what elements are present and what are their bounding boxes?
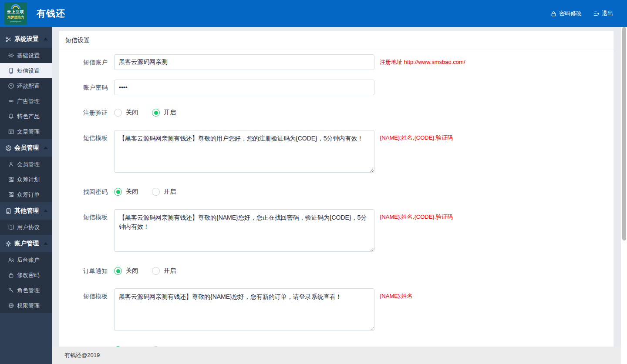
sidebar-item-admin-accounts[interactable]: 后台账户 xyxy=(0,252,52,267)
sms-settings-card: 短信设置 短信账户 注册地址 http://www.smsbao.com/ 账户… xyxy=(59,30,614,361)
logout-icon xyxy=(593,10,600,17)
sidebar-section-label: 会员管理 xyxy=(14,144,39,152)
logo-text-line1: 云上互联 xyxy=(7,9,24,15)
form-row-find-template: 短信模板 【黑客云源码网亲测有钱还】尊敬的{NAME}您好，您正在找回密码，验证… xyxy=(59,209,614,254)
sms-account-label: 短信账户 xyxy=(59,54,114,70)
form-row-order-notice: 订单通知 关闭 开启 xyxy=(59,263,614,279)
sidebar-section-system-settings[interactable]: 系统设置 xyxy=(0,30,52,48)
chevron-up-icon xyxy=(44,242,48,245)
scissors-icon xyxy=(5,36,12,43)
logo-text-line2: 为梦想助力 xyxy=(7,15,24,19)
order-template-label: 短信模板 xyxy=(59,288,114,333)
sidebar-section-label: 其他管理 xyxy=(14,207,39,215)
register-template-label: 短信模板 xyxy=(59,130,114,174)
chevron-up-icon xyxy=(44,210,48,212)
find-password-radio-on[interactable]: 开启 xyxy=(152,188,176,196)
page-footer: 有钱还@2019 xyxy=(52,347,621,364)
form-row-register-template: 短信模板 【黑客云源码网亲测有钱还】尊敬的用户您好，您的注册验证码为{CODE}… xyxy=(59,130,614,174)
bell-icon xyxy=(8,113,14,120)
order-notice-label: 订单通知 xyxy=(59,263,114,279)
sidebar-item-role-management[interactable]: 角色管理 xyxy=(0,283,52,298)
sidebar-item-repayment-config[interactable]: 还款配置 xyxy=(0,78,52,94)
find-template-label: 短信模板 xyxy=(59,209,114,254)
chevron-up-icon xyxy=(44,38,48,40)
sidebar-section-other-management[interactable]: 其他管理 xyxy=(0,202,52,220)
sms-settings-form: 短信账户 注册地址 http://www.smsbao.com/ 账户密码 注册… xyxy=(59,49,614,358)
sidebar-item-label: 后台账户 xyxy=(17,256,40,264)
user-icon xyxy=(8,161,14,167)
infinity-icon xyxy=(8,98,14,104)
top-header-bar: 云上互联 为梦想助力 yunshanghulian 有钱还 密码修改 退出 xyxy=(0,0,627,27)
radio-icon xyxy=(152,109,160,117)
order-notice-radio-off[interactable]: 关闭 xyxy=(114,267,138,275)
register-template-textarea[interactable]: 【黑客云源码网亲测有钱还】尊敬的用户您好，您的注册验证码为{CODE}，5分钟内… xyxy=(114,130,374,173)
user-badge-icon xyxy=(5,145,12,151)
radio-icon xyxy=(152,267,160,275)
document-icon xyxy=(5,208,12,214)
form-row-find-password: 找回密码 关闭 开启 xyxy=(59,184,614,200)
gear-icon xyxy=(5,240,12,247)
sidebar-submenu-account-management: 后台账户修改密码角色管理权限管理 xyxy=(0,252,52,313)
order-template-textarea[interactable]: 黑客云源码网亲测有钱还】尊敬的{NAME}您好，您有新的订单，请登录系统查看！ xyxy=(114,288,374,331)
sidebar-item-sms-settings[interactable]: 短信设置 xyxy=(0,63,52,78)
sidebar-item-label: 还款配置 xyxy=(17,82,40,90)
find-template-textarea[interactable]: 【黑客云源码网亲测有钱还】尊敬的{NAME}您好，您正在找回密码，验证码为{CO… xyxy=(114,209,374,252)
sidebar-item-label: 会员管理 xyxy=(17,160,40,168)
sidebar-item-basic-settings[interactable]: 基础设置 xyxy=(0,48,52,63)
sidebar-submenu-member-management: 会员管理众筹计划众筹订单 xyxy=(0,157,52,202)
sms-account-note: 注册地址 http://www.smsbao.com/ xyxy=(380,54,465,70)
sidebar-item-label: 角色管理 xyxy=(17,287,40,294)
register-verify-radio-on[interactable]: 开启 xyxy=(152,109,176,117)
rainbow-icon xyxy=(10,3,21,10)
squares-icon xyxy=(8,191,14,198)
logout-button[interactable]: 退出 xyxy=(593,10,613,17)
find-password-radio-off[interactable]: 关闭 xyxy=(114,188,138,196)
wheel-icon xyxy=(8,302,14,309)
register-verify-radio-off[interactable]: 关闭 xyxy=(114,109,138,117)
order-notice-radio-on[interactable]: 开启 xyxy=(152,267,176,275)
sms-account-input[interactable] xyxy=(114,54,374,70)
form-row-sms-account: 短信账户 注册地址 http://www.smsbao.com/ xyxy=(59,54,614,70)
sidebar-item-ad-management[interactable]: 广告管理 xyxy=(0,94,52,109)
account-password-label: 账户密码 xyxy=(59,80,114,95)
app-title: 有钱还 xyxy=(37,7,65,20)
sidebar-item-label: 特色产品 xyxy=(17,113,40,120)
logout-label: 退出 xyxy=(602,10,613,17)
radio-icon xyxy=(152,188,160,196)
radio-icon xyxy=(114,109,122,117)
scrollbar-thumb[interactable] xyxy=(622,27,626,240)
brand-logo: 云上互联 为梦想助力 yunshanghulian xyxy=(4,2,27,25)
sidebar-item-featured-products[interactable]: 特色产品 xyxy=(0,109,52,124)
change-password-button[interactable]: 密码修改 xyxy=(550,10,582,17)
sidebar-section-account-management[interactable]: 账户管理 xyxy=(0,235,52,252)
form-row-register-verify: 注册验证 关闭 开启 xyxy=(59,105,614,120)
sidebar-item-change-password[interactable]: 修改密码 xyxy=(0,267,52,283)
form-row-order-template: 短信模板 黑客云源码网亲测有钱还】尊敬的{NAME}您好，您有新的订单，请登录系… xyxy=(59,288,614,333)
sidebar-item-article-management[interactable]: 文章管理 xyxy=(0,124,52,139)
footer-text: 有钱还@2019 xyxy=(64,352,100,358)
squares-icon xyxy=(8,176,14,183)
sidebar-item-label: 修改密码 xyxy=(17,271,40,279)
account-password-input[interactable] xyxy=(114,80,374,95)
main-content: 短信设置 短信账户 注册地址 http://www.smsbao.com/ 账户… xyxy=(52,27,627,364)
vertical-scrollbar[interactable] xyxy=(621,27,627,364)
logo-text-line3: yunshanghulian xyxy=(10,20,21,23)
chevron-up-icon xyxy=(44,147,48,149)
sidebar-section-label: 系统设置 xyxy=(14,35,39,43)
form-row-account-password: 账户密码 xyxy=(59,80,614,95)
sidebar-submenu-system-settings: 基础设置短信设置还款配置广告管理特色产品文章管理 xyxy=(0,48,52,139)
sidebar-item-label: 众筹订单 xyxy=(17,191,40,199)
sidebar-item-members[interactable]: 会员管理 xyxy=(0,157,52,172)
sidebar-item-label: 文章管理 xyxy=(17,128,40,136)
sidebar-item-label: 权限管理 xyxy=(17,302,40,310)
register-template-note: {NAME}:姓名,{CODE}:验证码 xyxy=(380,130,453,174)
sidebar-item-permission-management[interactable]: 权限管理 xyxy=(0,298,52,313)
sidebar-item-crowdfunding-plans[interactable]: 众筹计划 xyxy=(0,172,52,187)
sidebar-section-member-management[interactable]: 会员管理 xyxy=(0,139,52,157)
sidebar-item-user-agreement[interactable]: 用户协议 xyxy=(0,220,52,235)
lock-icon xyxy=(550,10,557,17)
users-icon xyxy=(8,257,14,263)
sidebar-item-label: 用户协议 xyxy=(17,224,40,231)
gear-icon xyxy=(8,52,14,59)
sidebar-item-crowdfunding-orders[interactable]: 众筹订单 xyxy=(0,187,52,202)
